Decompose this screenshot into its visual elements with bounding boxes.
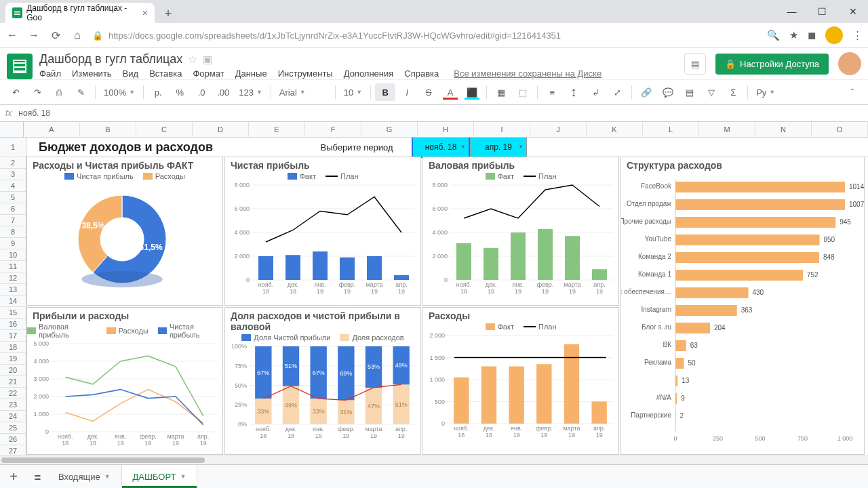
column-headers: A B C D E F G H I J K L M N O	[0, 122, 868, 138]
svg-text:19: 19	[540, 432, 547, 439]
sheets-logo-icon[interactable]	[7, 54, 33, 79]
chart-title: Валовая прибыль	[429, 160, 613, 171]
svg-text:49%: 49%	[285, 402, 297, 409]
maximize-icon[interactable]: ☐	[807, 0, 837, 23]
search-icon[interactable]: 🔍	[767, 29, 780, 41]
comment-icon[interactable]: 💬	[658, 83, 678, 101]
svg-rect-189	[536, 364, 551, 424]
link-icon[interactable]: 🔗	[636, 83, 656, 101]
format-percent[interactable]: %	[170, 83, 190, 101]
svg-text:6 000: 6 000	[432, 205, 448, 212]
horizontal-scrollbar[interactable]	[0, 455, 868, 464]
wrap-icon[interactable]: ↲	[585, 83, 606, 101]
italic-button[interactable]: I	[397, 83, 417, 101]
borders-icon[interactable]: ▦	[491, 83, 511, 101]
chrome-menu-icon[interactable]: ⋮	[852, 29, 863, 41]
paint-format-icon[interactable]: ✎	[71, 83, 91, 101]
svg-text:19: 19	[117, 440, 124, 447]
functions-icon[interactable]: Σ	[723, 83, 743, 101]
add-sheet-button[interactable]: +	[0, 469, 27, 485]
font-size-select[interactable]: 10▼	[340, 87, 366, 98]
svg-text:31%: 31%	[340, 409, 352, 415]
number-format-select[interactable]: 123▼	[235, 87, 267, 98]
browser-tab[interactable]: Дашборд в гугл таблицах - Goo ×	[5, 3, 155, 23]
menu-insert[interactable]: Вставка	[149, 68, 182, 79]
undo-icon[interactable]: ↶	[5, 83, 26, 101]
svg-rect-66	[675, 217, 835, 228]
svg-text:18: 18	[260, 432, 267, 439]
home-icon[interactable]: ⌂	[71, 29, 84, 41]
svg-text:2 000: 2 000	[432, 253, 448, 260]
formula-bar[interactable]: fx нояб. 18	[0, 105, 868, 122]
new-tab-button[interactable]: +	[159, 4, 178, 23]
menu-addons[interactable]: Дополнения	[344, 68, 394, 79]
svg-text:апр.: апр.	[197, 433, 209, 440]
svg-text:дек.: дек.	[87, 433, 99, 440]
url-field[interactable]: 🔒 https://docs.google.com/spreadsheets/d…	[92, 30, 759, 41]
menu-file[interactable]: Файл	[39, 68, 61, 79]
merge-cells-icon[interactable]: ⬚	[513, 83, 533, 101]
svg-text:1014: 1014	[849, 183, 865, 190]
menu-format[interactable]: Формат	[193, 68, 224, 79]
svg-text:Сервис обеспечения…: Сервис обеспечения…	[621, 288, 671, 296]
reload-icon[interactable]: ⟳	[49, 29, 62, 42]
sheet-tab-dashboard[interactable]: ДАШБОРТ▼	[122, 465, 198, 488]
close-tab-icon[interactable]: ×	[142, 7, 148, 18]
menu-help[interactable]: Справка	[404, 68, 439, 79]
increase-decimal[interactable]: .00	[213, 83, 233, 101]
print-icon[interactable]: ⎙	[49, 83, 69, 101]
share-button[interactable]: 🔒 Настройки Доступа	[715, 54, 829, 75]
svg-rect-42	[484, 248, 498, 280]
bold-button[interactable]: B	[375, 83, 395, 101]
back-icon[interactable]: ←	[5, 29, 19, 41]
input-lang-select[interactable]: Ру▼	[752, 87, 779, 98]
rotate-icon[interactable]: ⤢	[607, 83, 627, 101]
menu-edit[interactable]: Изменить	[72, 68, 112, 79]
forward-icon[interactable]: →	[27, 29, 41, 41]
strike-button[interactable]: S	[418, 83, 439, 101]
all-sheets-button[interactable]: ≣	[27, 472, 47, 482]
svg-text:0: 0	[45, 428, 49, 435]
format-currency[interactable]: р.	[148, 83, 168, 101]
profile-avatar[interactable]	[825, 26, 843, 44]
dashboard-title: Бюджет доходов и расходов	[26, 140, 302, 155]
minimize-icon[interactable]: —	[776, 0, 807, 23]
sheet-tabs-bar: + ≣ Входящие▼ ДАШБОРТ▼	[0, 464, 868, 488]
folder-icon[interactable]: ▣	[203, 54, 212, 66]
chart-icon[interactable]: ▤	[679, 83, 700, 101]
svg-rect-15	[313, 251, 328, 280]
menu-tools[interactable]: Инструменты	[278, 68, 333, 79]
collapse-toolbar-icon[interactable]: ˆ	[842, 83, 863, 101]
extension-icon[interactable]: ★	[789, 29, 798, 41]
svg-text:47%: 47%	[368, 403, 380, 409]
period-to-select[interactable]: апр. 19▼	[470, 138, 527, 157]
user-avatar[interactable]	[838, 52, 861, 75]
menu-bar: Файл Изменить Вид Вставка Формат Данные …	[39, 68, 677, 79]
halign-icon[interactable]: ≡	[542, 83, 562, 101]
redo-icon[interactable]: ↷	[27, 83, 47, 101]
save-status: Все изменения сохранены на Диске	[454, 68, 601, 79]
decrease-decimal[interactable]: .0	[191, 83, 212, 101]
close-window-icon[interactable]: ✕	[837, 0, 868, 23]
svg-rect-188	[509, 367, 524, 424]
valign-icon[interactable]: ⭥	[564, 83, 584, 101]
filter-icon[interactable]: ▽	[701, 83, 722, 101]
extension-icon-2[interactable]: ◼	[808, 29, 816, 41]
doc-title[interactable]: Дашборд в гугл таблицах	[39, 52, 182, 66]
menu-data[interactable]: Данные	[235, 68, 267, 79]
star-icon[interactable]: ☆	[188, 53, 197, 66]
svg-text:19: 19	[200, 440, 207, 447]
sheet-body[interactable]: Бюджет доходов и расходов Выберите перио…	[26, 138, 868, 455]
fill-color-button[interactable]: ⬛	[462, 83, 482, 101]
zoom-select[interactable]: 100%▼	[100, 87, 139, 98]
period-from-select[interactable]: нояб. 18▼	[412, 138, 470, 158]
svg-text:100%: 100%	[231, 343, 247, 350]
comments-button[interactable]: ▤	[684, 53, 706, 75]
svg-text:67%: 67%	[313, 369, 325, 376]
font-select[interactable]: Arial▼	[275, 87, 331, 98]
menu-view[interactable]: Вид	[123, 68, 139, 79]
sheet-tab-inbox[interactable]: Входящие▼	[47, 465, 122, 488]
svg-text:19: 19	[596, 432, 603, 439]
svg-text:67%: 67%	[257, 369, 269, 376]
text-color-button[interactable]: A	[440, 83, 460, 101]
